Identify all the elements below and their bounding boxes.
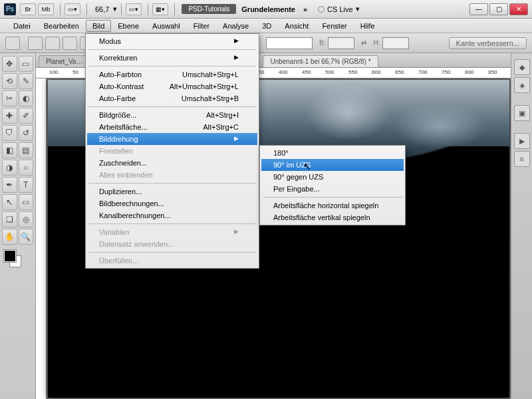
menu-bild[interactable]: Bild xyxy=(86,20,111,32)
ruler-vertical xyxy=(36,78,47,399)
zoom-tool[interactable]: 🔍 xyxy=(19,229,34,245)
mi-arbeitsflaeche[interactable]: Arbeitsfläche...Alt+Strg+C xyxy=(87,121,257,133)
lasso-tool[interactable]: ⟲ xyxy=(2,73,17,89)
height-field[interactable] xyxy=(382,37,409,49)
history-brush-tool[interactable]: ↺ xyxy=(19,125,34,141)
menubar: Datei Bearbeiten Bild Ebene Auswahl Filt… xyxy=(0,19,532,33)
panel-icon-5[interactable]: ≡ xyxy=(514,151,530,167)
submenu-bilddrehung: 180° 90° im UZS 90° gegen UZS Per Eingab… xyxy=(259,145,406,225)
mi-flip-vertical[interactable]: Arbeitsfläche vertikal spiegeln xyxy=(261,211,404,223)
workspace-more-icon[interactable]: » xyxy=(303,5,307,13)
mi-auto-farbton[interactable]: Auto-FarbtonUmschalt+Strg+L xyxy=(87,68,257,80)
menu-auswahl[interactable]: Auswahl xyxy=(146,20,187,32)
chevron-down-icon[interactable]: ▾ xyxy=(113,5,117,13)
workspace-label[interactable]: Grundelemente xyxy=(241,5,295,13)
refine-edge-button[interactable]: Kante verbessern... xyxy=(449,37,527,49)
menu-3d[interactable]: 3D xyxy=(255,20,278,32)
swap-icon[interactable]: ⇄ xyxy=(361,39,366,47)
3d-tool[interactable]: ❏ xyxy=(2,211,17,227)
camera-tool[interactable]: ◎ xyxy=(19,211,34,227)
brush-tool[interactable]: ✐ xyxy=(19,108,34,124)
selection-subtract[interactable] xyxy=(63,37,77,50)
mi-datensatz: Datensatz anwenden... xyxy=(87,238,257,250)
psd-tutorials-badge[interactable]: PSD-Tutorials xyxy=(182,4,236,14)
mi-modus[interactable]: Modus▶ xyxy=(87,35,257,47)
type-tool[interactable]: T xyxy=(19,177,34,193)
height-label: H: xyxy=(373,39,380,47)
mi-auto-kontrast[interactable]: Auto-KontrastAlt+Umschalt+Strg+L xyxy=(87,80,257,92)
menu-datei[interactable]: Datei xyxy=(7,20,37,32)
dodge-tool[interactable]: ○ xyxy=(19,160,34,176)
mi-rotate-180[interactable]: 180° xyxy=(261,147,404,159)
color-swatches[interactable] xyxy=(4,250,24,269)
panel-icon-2[interactable]: ◈ xyxy=(514,77,530,93)
mi-bilddrehung[interactable]: Bilddrehung▶ xyxy=(87,133,257,145)
panel-icon-4[interactable]: ▶ xyxy=(514,133,530,149)
bridge-button[interactable]: Br xyxy=(20,3,36,15)
mi-alles-einblenden: Alles einblenden xyxy=(87,169,257,181)
crop-tool[interactable]: ✂ xyxy=(2,90,17,106)
close-button[interactable]: ✕ xyxy=(509,3,528,15)
view-extras-button[interactable]: ▭▾ xyxy=(126,3,142,15)
width-field[interactable] xyxy=(328,37,354,49)
mi-kanalberechnungen[interactable]: Kanalberechnungen... xyxy=(87,209,257,221)
marquee-tool[interactable]: ▭ xyxy=(19,56,34,72)
menu-ebene[interactable]: Ebene xyxy=(111,20,146,32)
shape-tool[interactable]: ▭ xyxy=(19,194,34,210)
options-bar: B: ⇄ H: Kante verbessern... xyxy=(0,33,532,53)
workspace: ✥▭ ⟲✎ ✂◐ ✚✐ ⛉↺ ◧▤ ◑○ ✒T ↖▭ ❏◎ ✋🔍 Planet_… xyxy=(0,53,532,399)
selection-add[interactable] xyxy=(45,37,60,50)
selection-new[interactable] xyxy=(28,37,43,50)
photoshop-icon: Ps xyxy=(4,3,16,15)
toolbox: ✥▭ ⟲✎ ✂◐ ✚✐ ⛉↺ ◧▤ ◑○ ✒T ↖▭ ❏◎ ✋🔍 xyxy=(0,53,36,399)
tab-planet[interactable]: Planet_Va… xyxy=(39,55,90,67)
maximize-button[interactable]: ▢ xyxy=(489,3,508,15)
screen-mode-button[interactable]: ▭▾ xyxy=(65,3,80,15)
cslive-button[interactable]: CS Live ▾ xyxy=(318,5,360,13)
blur-tool[interactable]: ◑ xyxy=(2,160,17,176)
gradient-tool[interactable]: ▤ xyxy=(19,142,34,158)
options-dropdown[interactable] xyxy=(266,37,313,49)
path-select-tool[interactable]: ↖ xyxy=(2,194,17,210)
panel-icon-3[interactable]: ▣ xyxy=(514,105,530,121)
mi-rotate-arbitrary[interactable]: Per Eingabe... xyxy=(261,183,404,195)
zoom-level[interactable]: 66,7 xyxy=(95,5,109,13)
mi-auto-farbe[interactable]: Auto-FarbeUmschalt+Strg+B xyxy=(87,92,257,104)
foreground-color[interactable] xyxy=(4,250,16,262)
mi-variablen: Variablen▶ xyxy=(87,226,257,238)
menu-filter[interactable]: Filter xyxy=(187,20,216,32)
quick-select-tool[interactable]: ✎ xyxy=(19,73,34,89)
mi-korrekturen[interactable]: Korrekturen▶ xyxy=(87,52,257,64)
menu-hilfe[interactable]: Hilfe xyxy=(354,20,382,32)
menu-bearbeiten[interactable]: Bearbeiten xyxy=(37,20,86,32)
minibridge-button[interactable]: Mb xyxy=(38,3,54,15)
titlebar: Ps Br Mb ▭▾ 66,7▾ ▭▾ ▦▾ PSD-Tutorials Gr… xyxy=(0,0,532,19)
hand-tool[interactable]: ✋ xyxy=(2,229,17,245)
mi-ueberfuellen: Überfüllen... xyxy=(87,255,257,267)
eyedropper-tool[interactable]: ◐ xyxy=(19,90,34,106)
minimize-button[interactable]: — xyxy=(469,3,488,15)
width-label: B: xyxy=(319,39,325,47)
panel-icon-1[interactable]: ◆ xyxy=(514,59,530,75)
pen-tool[interactable]: ✒ xyxy=(2,177,17,193)
tool-preset-picker[interactable] xyxy=(5,37,20,50)
arrange-docs-button[interactable]: ▦▾ xyxy=(152,3,168,15)
eraser-tool[interactable]: ◧ xyxy=(2,142,17,158)
mi-rotate-90-cw[interactable]: 90° im UZS xyxy=(261,159,404,171)
move-tool[interactable]: ✥ xyxy=(2,56,17,72)
menu-analyse[interactable]: Analyse xyxy=(216,20,255,32)
mi-bildberechnungen[interactable]: Bildberechnungen... xyxy=(87,198,257,209)
panel-dock: ◆ ◈ ▣ ▶ ≡ xyxy=(511,53,532,399)
mi-freistellen: Freistellen xyxy=(87,145,257,157)
mi-rotate-90-ccw[interactable]: 90° gegen UZS xyxy=(261,171,404,183)
mi-zuschneiden[interactable]: Zuschneiden... xyxy=(87,157,257,169)
mi-duplizieren[interactable]: Duplizieren... xyxy=(87,186,257,198)
menu-ansicht[interactable]: Ansicht xyxy=(278,20,315,32)
mi-bildgroesse[interactable]: Bildgröße...Alt+Strg+I xyxy=(87,109,257,121)
tab-unbenannt[interactable]: Unbenannt-1 bei 66,7% (RGB/8) * xyxy=(263,55,378,67)
heal-tool[interactable]: ✚ xyxy=(2,108,17,124)
menu-bild-dropdown: Modus▶ Korrekturen▶ Auto-FarbtonUmschalt… xyxy=(85,33,259,269)
menu-fenster[interactable]: Fenster xyxy=(315,20,353,32)
stamp-tool[interactable]: ⛉ xyxy=(2,125,17,141)
mi-flip-horizontal[interactable]: Arbeitsfläche horizontal spiegeln xyxy=(261,200,404,211)
